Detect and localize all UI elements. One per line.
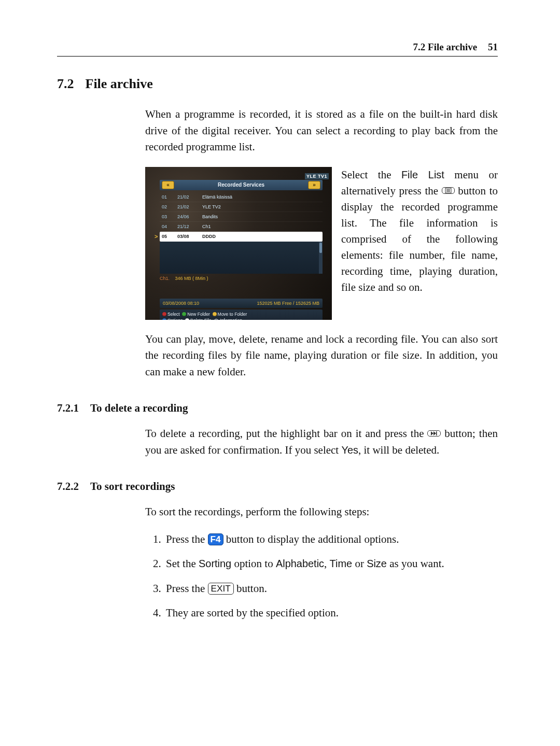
running-head: 7.2 File archive 51 xyxy=(57,41,498,53)
yes-option-label: Yes xyxy=(341,444,358,456)
info-dot-icon: i xyxy=(214,319,219,319)
nav-prev-button[interactable]: « xyxy=(162,181,174,189)
subsection-heading: 7.2.2 To sort recordings xyxy=(57,480,498,493)
exit-button-icon: EXIT xyxy=(208,583,234,595)
list-item: They are sorted by the specified option. xyxy=(164,605,498,622)
subsection-number: 7.2.1 xyxy=(57,402,79,415)
file-list-menu-name: File List xyxy=(401,169,444,180)
figure-row: YLE TV1 « Recorded Services » 01 21/02 E… xyxy=(145,167,498,320)
info-channel: Ch1. xyxy=(160,276,170,281)
section-heading: 7.2 File archive xyxy=(57,76,498,92)
list-item: Set the Sorting option to Alphabetic, Ti… xyxy=(164,556,498,572)
selection-info: Ch1. 346 MB ( 8Min ) xyxy=(160,276,323,281)
table-row[interactable]: 04 21/12 Ch1 xyxy=(160,222,323,232)
green-dot-icon xyxy=(182,312,186,316)
red-dot-icon xyxy=(162,312,166,316)
svg-rect-6 xyxy=(436,431,437,435)
table-row-selected[interactable]: 05 03/08 DDDD xyxy=(160,232,323,242)
file-list-button-icon xyxy=(442,187,455,194)
channel-badge: YLE TV1 xyxy=(305,173,329,179)
subsection-title: To sort recordings xyxy=(90,480,175,493)
info-size: 346 MB ( 8Min ) xyxy=(175,276,208,281)
osd-panel: « Recorded Services » 01 21/02 Elämä käs… xyxy=(160,180,323,320)
skip-next-button-icon xyxy=(427,430,441,437)
blue-dot-icon xyxy=(162,318,166,319)
sort-intro: To sort the recordings, perform the foll… xyxy=(145,504,498,520)
table-row[interactable]: 03 24/06 Bandits xyxy=(160,212,323,222)
alphabetic-option: Alphabetic xyxy=(276,558,324,569)
table-row[interactable]: 01 21/02 Elämä käsissä xyxy=(160,192,323,202)
page-number: 51 xyxy=(488,41,498,53)
sort-steps-list: Press the F4 button to display the addit… xyxy=(145,531,498,622)
osd-title: Recorded Services xyxy=(218,182,264,188)
white-dot-icon xyxy=(185,318,189,319)
figure-side-text: Select the File List menu or alternative… xyxy=(341,167,498,296)
section-intro: When a programme is recorded, it is stor… xyxy=(145,106,498,156)
list-empty-area xyxy=(160,242,323,274)
f4-button-icon: F4 xyxy=(208,533,223,546)
sorting-option-label: Sorting xyxy=(199,558,231,569)
svg-marker-4 xyxy=(431,431,433,435)
time-option: Time xyxy=(330,558,353,569)
size-option: Size xyxy=(367,558,387,569)
svg-marker-5 xyxy=(433,431,436,435)
subsection-number: 7.2.2 xyxy=(57,480,79,493)
scrollbar[interactable] xyxy=(319,242,323,274)
subsection-title: To delete a recording xyxy=(90,402,188,415)
yellow-dot-icon xyxy=(213,312,217,316)
status-disk: 152025 MB Free / 152625 MB xyxy=(257,301,319,306)
list-item: Press the F4 button to display the addit… xyxy=(164,531,498,548)
running-head-section: 7.2 File archive xyxy=(413,41,478,52)
legend: Select New Folder Move to Folder Options… xyxy=(160,309,323,320)
status-datetime: 03/08/2008 08:10 xyxy=(163,301,199,306)
osd-title-bar: « Recorded Services » xyxy=(160,180,323,190)
subsection-heading: 7.2.1 To delete a recording xyxy=(57,402,498,415)
section-title: File archive xyxy=(86,76,153,92)
list-item: Press the EXIT button. xyxy=(164,581,498,597)
header-rule xyxy=(57,56,498,57)
table-row[interactable]: 02 21/02 YLE TV2 xyxy=(160,202,323,212)
nav-next-button[interactable]: » xyxy=(308,181,320,189)
recording-list: 01 21/02 Elämä käsissä 02 21/02 YLE TV2 … xyxy=(160,192,323,274)
section-number: 7.2 xyxy=(57,76,74,92)
after-figure-paragraph: You can play, move, delete, rename and l… xyxy=(145,331,498,381)
recorded-services-screenshot: YLE TV1 « Recorded Services » 01 21/02 E… xyxy=(145,167,332,320)
status-bar: 03/08/2008 08:10 152025 MB Free / 152625… xyxy=(160,299,323,308)
delete-recording-paragraph: To delete a recording, put the highlight… xyxy=(145,426,498,458)
